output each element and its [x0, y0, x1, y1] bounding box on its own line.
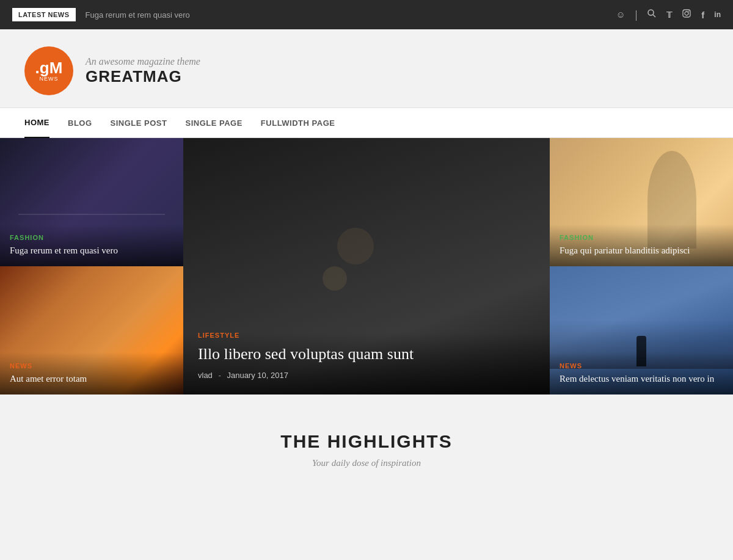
top-left-title: Fuga rerum et rem quasi vero — [10, 245, 173, 257]
svg-point-4 — [688, 11, 690, 12]
twitter-icon[interactable]: 𝕋 — [666, 10, 672, 20]
nav-blog[interactable]: BLOG — [68, 109, 92, 137]
divider: | — [635, 9, 638, 21]
highlights-title: THE HIGHLIGHTS — [24, 431, 709, 452]
instagram-icon[interactable] — [682, 9, 691, 21]
svg-rect-2 — [683, 10, 690, 17]
top-right-overlay: FASHION Fuga qui pariatur blanditiis adi… — [550, 224, 733, 267]
hero-top-right[interactable]: FASHION Fuga qui pariatur blanditiis adi… — [550, 138, 733, 266]
hero-grid: FASHION Fuga rerum et rem quasi vero LIF… — [0, 138, 733, 395]
bottom-right-category: NEWS — [560, 362, 723, 369]
site-tagline: An awesome magazine theme — [86, 56, 200, 67]
bottom-right-overlay: NEWS Rem delectus veniam veritatis non v… — [550, 352, 733, 395]
bottom-left-overlay: NEWS Aut amet error totam — [0, 352, 183, 395]
header-text: An awesome magazine theme GREATMAG — [86, 56, 200, 86]
bottom-left-category: NEWS — [10, 362, 173, 369]
logo-gm: .gM — [35, 60, 63, 76]
bottom-left-title: Aut amet error totam — [10, 373, 173, 385]
top-left-category: FASHION — [10, 234, 173, 241]
bottom-right-title: Rem delectus veniam veritatis non vero i… — [560, 373, 723, 385]
hero-bottom-right[interactable]: NEWS Rem delectus veniam veritatis non v… — [550, 266, 733, 395]
logo[interactable]: .gM NEWS — [24, 46, 73, 95]
nav-fullwidth-page[interactable]: FULLWIDTH PAGE — [261, 109, 335, 137]
highlights-subtitle: Your daily dose of inspiration — [24, 458, 709, 468]
latest-news-button[interactable]: LATEST NEWS — [12, 8, 76, 21]
topbar-social-icons: ☺ | 𝕋 f in — [616, 9, 721, 21]
topbar-left: LATEST NEWS Fuga rerum et rem quasi vero — [12, 8, 190, 21]
svg-point-0 — [648, 10, 654, 15]
hero-top-left[interactable]: FASHION Fuga rerum et rem quasi vero — [0, 138, 183, 266]
topbar: LATEST NEWS Fuga rerum et rem quasi vero… — [0, 0, 733, 29]
linkedin-icon[interactable]: in — [714, 10, 721, 19]
facebook-icon[interactable]: f — [701, 10, 704, 20]
site-title: GREATMAG — [86, 67, 200, 86]
svg-point-3 — [685, 12, 688, 15]
hero-center[interactable]: LIFESTYLE Illo libero sed voluptas quam … — [183, 138, 550, 395]
top-left-overlay: FASHION Fuga rerum et rem quasi vero — [0, 224, 183, 267]
logo-news: NEWS — [40, 76, 59, 82]
nav-single-page[interactable]: SINGLE PAGE — [185, 109, 242, 137]
svg-line-1 — [653, 15, 655, 17]
ticker-text: Fuga rerum et rem quasi vero — [86, 10, 190, 20]
top-right-title: Fuga qui pariatur blanditiis adipisci — [560, 245, 723, 257]
highlights-section: THE HIGHLIGHTS Your daily dose of inspir… — [0, 395, 733, 487]
top-right-category: FASHION — [560, 234, 723, 241]
main-nav: HOME BLOG SINGLE POST SINGLE PAGE FULLWI… — [0, 107, 733, 138]
user-icon[interactable]: ☺ — [616, 10, 625, 20]
hero-bottom-left[interactable]: NEWS Aut amet error totam — [0, 266, 183, 395]
nav-home[interactable]: HOME — [24, 108, 49, 138]
search-icon[interactable] — [647, 9, 657, 21]
site-header: .gM NEWS An awesome magazine theme GREAT… — [0, 29, 733, 107]
nav-single-post[interactable]: SINGLE POST — [111, 109, 167, 137]
